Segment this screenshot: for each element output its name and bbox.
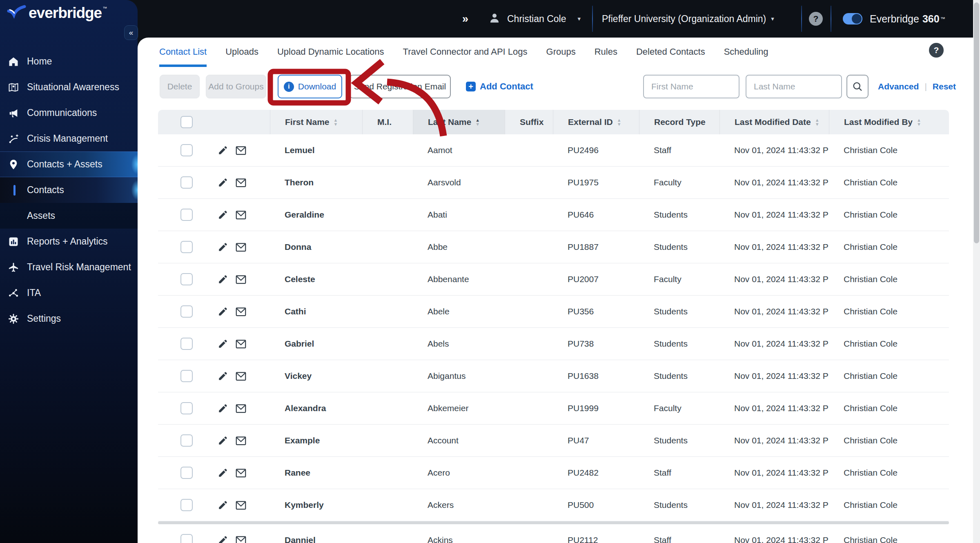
- row-checkbox[interactable]: [180, 370, 193, 382]
- table-row[interactable]: GeraldineAbatiPU646StudentsNov 01, 2024 …: [158, 199, 949, 231]
- sidebar-item-reports-analytics[interactable]: Reports + Analytics: [0, 229, 138, 254]
- expand-menu-icon[interactable]: »: [462, 0, 468, 38]
- row-checkbox[interactable]: [180, 144, 193, 156]
- edit-pencil-icon[interactable]: [217, 305, 229, 318]
- tab-upload-dynamic-locations[interactable]: Upload Dynamic Locations: [277, 38, 384, 67]
- tab-deleted-contacts[interactable]: Deleted Contacts: [636, 38, 705, 67]
- edit-pencil-icon[interactable]: [217, 370, 229, 382]
- edit-pencil-icon[interactable]: [217, 338, 229, 350]
- email-envelope-icon[interactable]: [235, 273, 247, 285]
- column-header-last[interactable]: Last Name▲▼: [413, 110, 505, 134]
- column-header-external_id[interactable]: External ID▲▼: [553, 110, 639, 134]
- select-all-checkbox[interactable]: [180, 116, 193, 128]
- table-row[interactable]: ExampleAccountPU47StudentsNov 01, 2024 1…: [158, 425, 949, 457]
- tab-rules[interactable]: Rules: [595, 38, 617, 67]
- add-contact-button[interactable]: + Add Contact: [466, 75, 533, 98]
- email-envelope-icon[interactable]: [235, 499, 247, 511]
- sidebar-item-communications[interactable]: Communications: [0, 100, 138, 126]
- edit-pencil-icon[interactable]: [217, 144, 229, 156]
- email-envelope-icon[interactable]: [235, 402, 247, 414]
- edit-pencil-icon[interactable]: [217, 534, 229, 543]
- row-checkbox[interactable]: [180, 241, 193, 253]
- sidebar-collapse-button[interactable]: «: [124, 25, 138, 40]
- sidebar-item-assets[interactable]: Assets: [0, 203, 138, 229]
- sidebar-item-crisis-management[interactable]: Crisis Management: [0, 126, 138, 151]
- help-button[interactable]: ?: [808, 0, 824, 38]
- row-checkbox[interactable]: [180, 499, 193, 511]
- sidebar-item-contacts-assets[interactable]: Contacts + Assets: [0, 151, 138, 177]
- sort-icon[interactable]: ▲▼: [815, 118, 820, 126]
- table-row[interactable]: VickeyAbigantusPU1638StudentsNov 01, 202…: [158, 360, 949, 392]
- email-envelope-icon[interactable]: [235, 370, 247, 382]
- advanced-link[interactable]: Advanced: [878, 82, 919, 91]
- tab-contact-list[interactable]: Contact List: [159, 38, 207, 67]
- edit-pencil-icon[interactable]: [217, 209, 229, 221]
- search-button[interactable]: [846, 75, 869, 98]
- email-envelope-icon[interactable]: [235, 338, 247, 350]
- row-checkbox[interactable]: [180, 305, 193, 318]
- table-row[interactable]: GabrielAbelsPU738StudentsNov 01, 2024 11…: [158, 328, 949, 360]
- sidebar-item-travel-risk-management[interactable]: Travel Risk Management: [0, 254, 138, 280]
- edit-pencil-icon[interactable]: [217, 467, 229, 479]
- edit-pencil-icon[interactable]: [217, 176, 229, 189]
- column-header-first[interactable]: First Name▲▼: [270, 110, 362, 134]
- email-envelope-icon[interactable]: [235, 305, 247, 318]
- sidebar-item-settings[interactable]: Settings: [0, 306, 138, 332]
- row-checkbox[interactable]: [180, 338, 193, 350]
- delete-button[interactable]: Delete: [160, 75, 200, 98]
- table-row[interactable]: KymberlyAckersPU500StudentsNov 01, 2024 …: [158, 489, 949, 521]
- column-header-modified_date[interactable]: Last Modified Date▲▼: [719, 110, 829, 134]
- page-help-button[interactable]: ?: [929, 43, 944, 58]
- table-row[interactable]: CathiAbelePU356StudentsNov 01, 2024 11:4…: [158, 296, 949, 328]
- last-name-input[interactable]: [746, 75, 842, 98]
- email-envelope-icon[interactable]: [235, 434, 247, 447]
- vertical-scrollbar-thumb[interactable]: [974, 2, 979, 243]
- row-checkbox[interactable]: [180, 176, 193, 189]
- edit-pencil-icon[interactable]: [217, 241, 229, 253]
- everbridge-360-toggle[interactable]: [843, 13, 862, 24]
- table-row[interactable]: DonnaAbbePU1887StudentsNov 01, 2024 11:4…: [158, 231, 949, 263]
- sort-icon[interactable]: ▲▼: [617, 118, 621, 126]
- email-envelope-icon[interactable]: [235, 467, 247, 479]
- table-row[interactable]: TheronAarsvoldPU1975FacultyNov 01, 2024 …: [158, 167, 949, 199]
- user-menu[interactable]: Christian Cole ▾: [488, 0, 581, 38]
- sidebar-item-situational-awareness[interactable]: Situational Awareness: [0, 74, 138, 100]
- sort-icon[interactable]: ▲▼: [917, 118, 921, 126]
- column-header-modified_by[interactable]: Last Modified By▲▼: [829, 110, 949, 134]
- tab-groups[interactable]: Groups: [546, 38, 576, 67]
- tab-uploads[interactable]: Uploads: [225, 38, 258, 67]
- email-envelope-icon[interactable]: [235, 209, 247, 221]
- table-row[interactable]: LemuelAamotPU2496StaffNov 01, 2024 11:43…: [158, 134, 949, 167]
- email-envelope-icon[interactable]: [235, 241, 247, 253]
- row-checkbox[interactable]: [180, 402, 193, 414]
- sidebar-item-ita[interactable]: ITA: [0, 280, 138, 306]
- edit-pencil-icon[interactable]: [217, 273, 229, 285]
- table-row[interactable]: AlexandraAbkemeierPU1999FacultyNov 01, 2…: [158, 392, 949, 425]
- table-row[interactable]: DannielAckinsPU2112StaffNov 01, 2024 11:…: [158, 524, 949, 543]
- horizontal-scrollbar[interactable]: [158, 521, 949, 524]
- send-registration-email-button[interactable]: Send Registration Email: [349, 75, 451, 98]
- first-name-input[interactable]: [643, 75, 739, 98]
- tab-scheduling[interactable]: Scheduling: [724, 38, 768, 67]
- row-checkbox[interactable]: [180, 434, 193, 447]
- sort-icon[interactable]: ▲▼: [475, 118, 480, 126]
- edit-pencil-icon[interactable]: [217, 402, 229, 414]
- sidebar-item-contacts[interactable]: Contacts: [0, 177, 138, 203]
- add-to-groups-button[interactable]: Add to Groups: [206, 75, 266, 98]
- table-row[interactable]: RaneeAceroPU2482StaffNov 01, 2024 11:43:…: [158, 457, 949, 489]
- row-checkbox[interactable]: [180, 209, 193, 221]
- table-row[interactable]: CelesteAbbenantePU2007FacultyNov 01, 202…: [158, 263, 949, 296]
- email-envelope-icon[interactable]: [235, 144, 247, 156]
- sort-icon[interactable]: ▲▼: [334, 118, 338, 126]
- reset-link[interactable]: Reset: [933, 82, 956, 91]
- tab-travel-connector-and-api-logs[interactable]: Travel Connector and API Logs: [403, 38, 528, 67]
- row-checkbox[interactable]: [180, 467, 193, 479]
- download-button[interactable]: i Download: [278, 75, 342, 98]
- sidebar-item-home[interactable]: Home: [0, 49, 138, 74]
- row-checkbox[interactable]: [180, 273, 193, 285]
- organization-selector[interactable]: Pfieffer University (Organization Admin)…: [602, 0, 774, 38]
- email-envelope-icon[interactable]: [235, 534, 247, 543]
- email-envelope-icon[interactable]: [235, 176, 247, 189]
- edit-pencil-icon[interactable]: [217, 434, 229, 447]
- row-checkbox[interactable]: [180, 534, 193, 543]
